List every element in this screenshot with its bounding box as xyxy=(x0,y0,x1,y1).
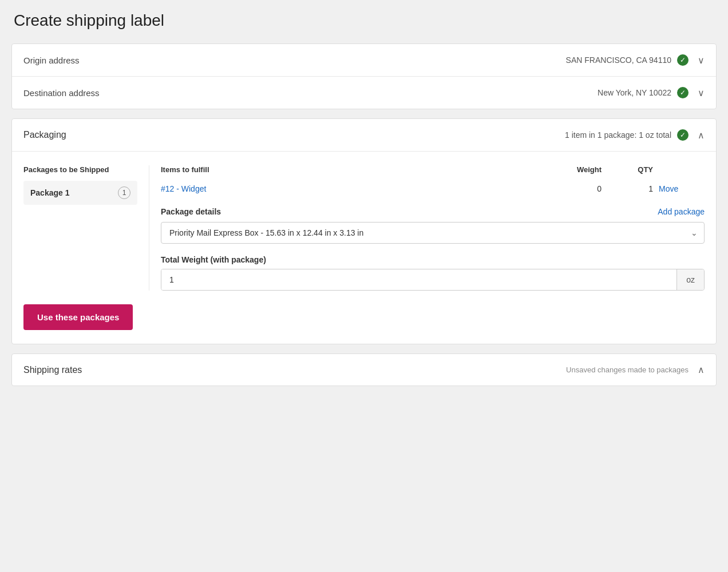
package-details-header: Package details Add package xyxy=(161,207,705,216)
packages-list-panel: Packages to be Shipped Package 1 1 xyxy=(23,165,149,291)
item-qty: 1 xyxy=(613,184,659,193)
shipping-rates-card: Shipping rates Unsaved changes made to p… xyxy=(11,353,717,386)
shipping-rates-label: Shipping rates xyxy=(23,365,82,375)
package-item-count: 1 xyxy=(118,186,130,199)
add-package-button[interactable]: Add package xyxy=(658,207,705,216)
items-table-header: Items to fulfill Weight QTY xyxy=(161,165,705,178)
item-weight: 0 xyxy=(556,184,613,193)
package-type-select-wrapper: Priority Mail Express Box - 15.63 in x 1… xyxy=(161,222,705,244)
addresses-card: Origin address SAN FRANCISCO, CA 94110 ✓… xyxy=(11,43,717,109)
destination-address-value: New York, NY 10022 xyxy=(598,88,671,97)
items-panel: Items to fulfill Weight QTY #12 - Widget… xyxy=(161,165,705,291)
weight-input-wrapper: oz xyxy=(161,269,705,291)
col-weight-header: Weight xyxy=(556,165,613,174)
unsaved-changes-text: Unsaved changes made to packages xyxy=(566,366,689,374)
package-details-title: Package details xyxy=(161,207,221,216)
origin-address-value: SAN FRANCISCO, CA 94110 xyxy=(566,55,671,65)
shipping-rates-right: Unsaved changes made to packages ∧ xyxy=(566,364,705,375)
package-details-section: Package details Add package Priority Mai… xyxy=(161,207,705,244)
table-row: #12 - Widget 0 1 Move xyxy=(161,184,705,193)
destination-check-icon: ✓ xyxy=(677,87,689,98)
destination-address-right: New York, NY 10022 ✓ ∨ xyxy=(598,87,705,98)
packages-list-title: Packages to be Shipped xyxy=(23,165,137,174)
shipping-rates-chevron-up-icon: ∧ xyxy=(698,364,705,375)
origin-address-right: SAN FRANCISCO, CA 94110 ✓ ∨ xyxy=(566,54,705,66)
col-items-header: Items to fulfill xyxy=(161,165,556,174)
package-item[interactable]: Package 1 1 xyxy=(23,181,137,205)
packaging-header[interactable]: Packaging 1 item in 1 package: 1 oz tota… xyxy=(12,119,716,152)
packaging-content: Packages to be Shipped Package 1 1 Items… xyxy=(12,152,716,344)
destination-address-label: Destination address xyxy=(23,88,100,98)
page-title: Create shipping label xyxy=(11,11,717,30)
move-item-button[interactable]: Move xyxy=(659,184,705,193)
destination-chevron-down-icon: ∨ xyxy=(698,88,705,98)
packaging-summary-right: 1 item in 1 package: 1 oz total ✓ ∧ xyxy=(565,129,705,141)
packaging-summary-text: 1 item in 1 package: 1 oz total xyxy=(565,130,671,140)
package-type-select[interactable]: Priority Mail Express Box - 15.63 in x 1… xyxy=(161,222,705,244)
origin-chevron-down-icon: ∨ xyxy=(698,55,705,66)
col-qty-header: QTY xyxy=(613,165,659,174)
total-weight-section: Total Weight (with package) oz xyxy=(161,255,705,291)
packaging-check-icon: ✓ xyxy=(677,129,689,141)
shipping-rates-header[interactable]: Shipping rates Unsaved changes made to p… xyxy=(12,354,716,386)
use-packages-button[interactable]: Use these packages xyxy=(23,304,133,330)
weight-input[interactable] xyxy=(161,269,676,290)
weight-unit-label: oz xyxy=(676,269,704,290)
package-item-name: Package 1 xyxy=(30,188,70,197)
total-weight-label: Total Weight (with package) xyxy=(161,255,705,264)
packages-grid: Packages to be Shipped Package 1 1 Items… xyxy=(23,165,705,291)
destination-address-row[interactable]: Destination address New York, NY 10022 ✓… xyxy=(12,77,716,109)
origin-check-icon: ✓ xyxy=(677,54,689,66)
packaging-label: Packaging xyxy=(23,130,66,140)
packaging-card: Packaging 1 item in 1 package: 1 oz tota… xyxy=(11,118,717,344)
packaging-chevron-up-icon: ∧ xyxy=(698,130,705,141)
item-link[interactable]: #12 - Widget xyxy=(161,184,556,193)
origin-address-row[interactable]: Origin address SAN FRANCISCO, CA 94110 ✓… xyxy=(12,44,716,77)
origin-address-label: Origin address xyxy=(23,55,80,65)
